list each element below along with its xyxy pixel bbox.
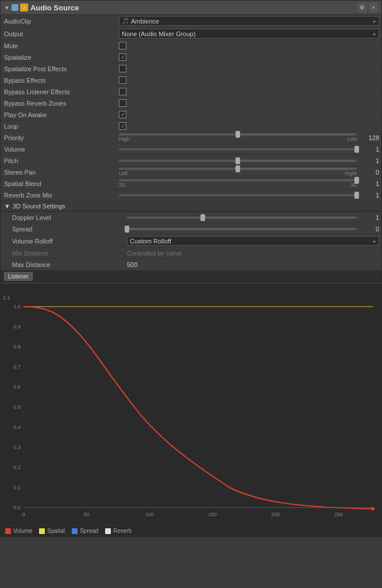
spread-row: Spread 0 xyxy=(1,223,381,235)
stereo-pan-slider-container: Left Right xyxy=(119,168,357,176)
reverb-zone-slider-thumb[interactable] xyxy=(354,192,359,199)
spatial-blend-row: Spatial Blend 2D 3D 1 xyxy=(1,178,381,189)
svg-text:0.2: 0.2 xyxy=(13,465,20,470)
volume-rolloff-row: Volume Rolloff Custom Rolloff ▸ xyxy=(1,235,381,247)
pitch-slider-track[interactable] xyxy=(119,160,357,162)
priority-row: Priority High Low 128 xyxy=(1,132,381,144)
spatial-blend-slider-container: 2D 3D xyxy=(119,179,357,188)
bypass-reverb-value xyxy=(119,99,379,107)
panel-header: ▼ ♪ Audio Source ⚙ × xyxy=(1,1,381,15)
sound3d-collapse-icon: ▼ xyxy=(4,203,10,210)
spatial-blend-slider-track[interactable] xyxy=(119,179,357,181)
header-right-icons: ⚙ × xyxy=(357,3,378,12)
stereo-pan-row: Stereo Pan Left Right 0 xyxy=(1,167,381,178)
svg-text:150: 150 xyxy=(208,512,217,517)
pitch-slider-container xyxy=(119,160,357,162)
chart-area[interactable]: 1:1 xyxy=(1,284,381,525)
chart-container: Listener 1:1 xyxy=(1,270,381,536)
doppler-level-value-display: 1 xyxy=(359,214,379,221)
bypass-effects-label: Bypass Effects xyxy=(4,77,119,84)
spatial-blend-slider-thumb[interactable] xyxy=(354,177,359,184)
spatial-blend-label: Spatial Blend xyxy=(4,180,119,187)
svg-text:200: 200 xyxy=(271,512,280,517)
spread-slider-thumb[interactable] xyxy=(125,226,129,233)
volume-rolloff-dropdown[interactable]: Custom Rolloff ▸ xyxy=(127,236,379,246)
max-distance-label: Max Distance xyxy=(12,261,127,268)
spatialize-checkbox[interactable] xyxy=(119,53,126,61)
pitch-value: 1 xyxy=(119,157,379,164)
doppler-level-slider-thumb[interactable] xyxy=(200,214,205,221)
volume-label: Volume xyxy=(4,146,119,153)
play-on-awake-label: Play On Awake xyxy=(4,111,119,118)
spread-value-display: 0 xyxy=(359,226,379,233)
priority-slider-thumb[interactable] xyxy=(236,131,240,138)
bypass-listener-row: Bypass Listener Effects xyxy=(1,86,381,98)
spread-slider-container xyxy=(127,228,357,230)
legend-spread-label: Spread xyxy=(80,528,98,534)
bypass-effects-checkbox[interactable] xyxy=(119,76,126,84)
loop-label: Loop xyxy=(4,123,119,130)
svg-text:1.0: 1.0 xyxy=(13,304,20,310)
doppler-level-label: Doppler Level xyxy=(12,214,127,221)
audioclip-text: Ambience xyxy=(131,18,159,25)
legend-spatial: Spatial xyxy=(39,528,65,534)
spatial-blend-value-display: 1 xyxy=(359,180,379,187)
volume-rolloff-label: Volume Rolloff xyxy=(12,238,127,245)
loop-value xyxy=(119,122,379,130)
spatialize-post-value xyxy=(119,65,379,72)
toggle-icon[interactable] xyxy=(11,4,18,11)
reverb-zone-slider-container xyxy=(119,194,357,196)
bypass-listener-value xyxy=(119,88,379,95)
volume-slider-track[interactable] xyxy=(119,148,357,150)
volume-rolloff-text: Custom Rolloff xyxy=(130,238,171,245)
doppler-level-value: 1 xyxy=(127,214,379,221)
doppler-level-slider-track[interactable] xyxy=(127,216,357,219)
svg-text:0.1: 0.1 xyxy=(13,485,20,490)
bypass-reverb-checkbox[interactable] xyxy=(119,99,126,107)
spatialize-post-label: Spatialize Post Effects xyxy=(4,65,119,72)
reverb-zone-row: Reverb Zone Mix 1 xyxy=(1,189,381,201)
priority-slider-container: High Low xyxy=(119,133,357,142)
svg-text:0: 0 xyxy=(22,512,25,517)
stereo-pan-label-left: Left xyxy=(119,171,128,176)
loop-checkbox[interactable] xyxy=(119,122,126,130)
mute-checkbox[interactable] xyxy=(119,42,126,49)
spread-slider-track[interactable] xyxy=(127,228,357,230)
collapse-arrow-icon[interactable]: ▼ xyxy=(4,5,10,11)
settings-icon[interactable]: ⚙ xyxy=(357,3,366,12)
play-on-awake-checkbox[interactable] xyxy=(119,111,126,118)
spread-label: Spread xyxy=(12,226,127,233)
pitch-slider-thumb[interactable] xyxy=(236,157,240,164)
output-row: Output None (Audio Mixer Group) ▸ xyxy=(1,28,381,40)
volume-rolloff-value: Custom Rolloff ▸ xyxy=(127,236,379,246)
priority-value-display: 128 xyxy=(359,134,379,141)
play-on-awake-value xyxy=(119,111,379,118)
reverb-zone-slider-track[interactable] xyxy=(119,194,357,196)
spatial-blend-slider-labels: 2D 3D xyxy=(119,182,357,188)
max-distance-text: 500 xyxy=(127,261,137,268)
priority-slider-track[interactable] xyxy=(119,133,357,136)
spatialize-post-row: Spatialize Post Effects xyxy=(1,63,381,75)
volume-value-display: 1 xyxy=(359,146,379,153)
close-icon[interactable]: × xyxy=(369,3,378,12)
volume-slider-thumb[interactable] xyxy=(354,146,359,153)
legend-reverb-label: Reverb xyxy=(113,528,132,534)
svg-text:0.6: 0.6 xyxy=(13,384,20,390)
stereo-pan-label-right: Right xyxy=(345,171,357,176)
priority-label-left: High xyxy=(119,136,130,142)
mute-label: Mute xyxy=(4,42,119,49)
stereo-pan-label: Stereo Pan xyxy=(4,169,119,176)
audioclip-dropdown[interactable]: 🎵 Ambience ▸ xyxy=(119,16,379,26)
bypass-listener-checkbox[interactable] xyxy=(119,88,126,95)
spatialize-post-checkbox[interactable] xyxy=(119,65,126,72)
bypass-effects-row: Bypass Effects xyxy=(1,75,381,86)
reverb-zone-value-display: 1 xyxy=(359,192,379,199)
sound3d-section-header[interactable]: ▼ 3D Sound Settings xyxy=(1,201,381,212)
reverb-zone-value: 1 xyxy=(119,192,379,199)
header-icons: ▼ ♪ xyxy=(4,3,28,11)
max-distance-row: Max Distance 500 xyxy=(1,259,381,270)
stereo-pan-slider-thumb[interactable] xyxy=(236,165,240,172)
audioclip-value: 🎵 Ambience ▸ xyxy=(119,16,379,26)
output-dropdown[interactable]: None (Audio Mixer Group) ▸ xyxy=(119,29,379,38)
stereo-pan-slider-track[interactable] xyxy=(119,168,357,170)
